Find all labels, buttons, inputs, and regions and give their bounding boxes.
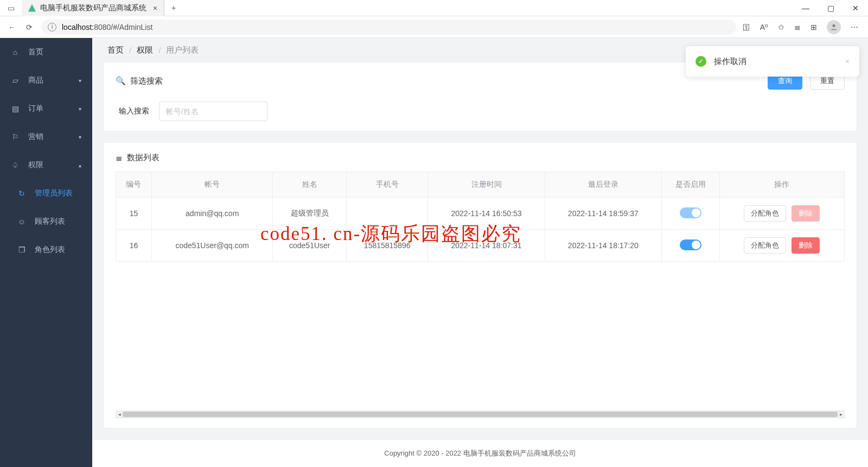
- delete-button[interactable]: 删除: [792, 205, 820, 222]
- favorites-icon[interactable]: ≣: [794, 23, 801, 31]
- assign-role-button[interactable]: 分配角色: [744, 205, 786, 222]
- password-key-icon[interactable]: ⚿: [743, 23, 750, 31]
- cell-account: code51User@qq.com: [151, 230, 273, 262]
- cell-ops: 分配角色删除: [719, 198, 844, 230]
- sidebar-item-label: 权限: [28, 160, 43, 170]
- chevron-down-icon: ▾: [79, 134, 81, 140]
- sidebar-item-home[interactable]: ⌂ 首页: [0, 38, 92, 66]
- sidebar-item-label: 订单: [28, 104, 43, 113]
- tab-title: 电脑手机服装数码产品商城系统: [40, 3, 146, 13]
- search-icon: 🔍: [116, 76, 126, 86]
- cell-id: 16: [116, 230, 152, 262]
- sidebar-item-promotion[interactable]: ⚐ 营销 ▾: [0, 123, 92, 151]
- cell-name: 超级管理员: [273, 198, 347, 230]
- clipboard-icon: ▤: [11, 104, 20, 113]
- breadcrumb-home[interactable]: 首页: [107, 45, 124, 55]
- main-area: 首页 / 权限 / 用户列表 🔍 筛选搜索 查询 重置: [92, 38, 868, 467]
- success-icon: ✓: [695, 56, 706, 67]
- window-titlebar: ▭ 电脑手机服装数码产品商城系统 × ＋ — ▢ ✕: [0, 0, 868, 16]
- cell-last: 2022-11-14 18:59:37: [545, 198, 661, 230]
- toast-notification: ✓ 操作取消 ×: [686, 46, 859, 77]
- footer: Copyright © 2020 - 2022 电脑手机服装数码产品商城系统公司: [92, 439, 868, 467]
- sidebar: ⌂ 首页 ▱ 商品 ▾ ▤ 订单 ▾ ⚐ 营销 ▾ ♤ 权限 ▴ ↻ 管理员列表…: [0, 38, 92, 467]
- cell-account: admin@qq.com: [151, 198, 273, 230]
- cube-icon: ❐: [17, 245, 26, 254]
- sidebar-item-orders[interactable]: ▤ 订单 ▾: [0, 94, 92, 123]
- address-bar[interactable]: i localhost:8080/#/AdminList: [41, 20, 736, 35]
- sidebar-item-label: 角色列表: [35, 245, 65, 255]
- chevron-down-icon: ▾: [79, 106, 81, 112]
- search-input[interactable]: [159, 102, 267, 121]
- new-tab-button[interactable]: ＋: [164, 3, 183, 13]
- cell-reg: 2022-11-14 16:50:53: [428, 198, 545, 230]
- vue-favicon: [28, 4, 36, 12]
- window-maximize-icon[interactable]: ▢: [818, 0, 843, 16]
- window-close-icon[interactable]: ✕: [843, 0, 868, 16]
- scrollbar-thumb[interactable]: [123, 412, 838, 417]
- read-aloud-icon[interactable]: A⁰: [760, 23, 768, 31]
- breadcrumb-separator: /: [129, 46, 131, 55]
- chevron-up-icon: ▴: [79, 162, 81, 168]
- breadcrumb-separator: /: [158, 46, 161, 55]
- scroll-left-icon[interactable]: ◂: [116, 411, 123, 418]
- cell-last: 2022-11-14 18:17:20: [545, 230, 661, 262]
- svg-point-0: [832, 24, 835, 27]
- horizontal-scrollbar[interactable]: ◂ ▸: [116, 411, 845, 418]
- cell-enabled: [662, 230, 720, 262]
- table-row: 15admin@qq.com超级管理员 2022-11-14 16:50:532…: [116, 198, 845, 230]
- delete-button[interactable]: 删除: [792, 237, 820, 254]
- sidebar-item-admin-list[interactable]: ↻ 管理员列表: [0, 179, 92, 207]
- breadcrumb-current: 用户列表: [166, 45, 199, 55]
- sidebar-item-label: 营销: [28, 132, 43, 142]
- close-tab-icon[interactable]: ×: [153, 4, 157, 12]
- enable-switch[interactable]: [680, 239, 701, 250]
- search-input-label: 输入搜索: [119, 106, 149, 116]
- user-icon: ☺: [17, 217, 26, 226]
- browser-tab[interactable]: 电脑手机服装数码产品商城系统 ×: [22, 0, 164, 16]
- sidebar-item-label: 商品: [28, 75, 43, 85]
- url-display: localhost:8080/#/AdminList: [62, 23, 152, 31]
- col-enabled: 是否启用: [662, 172, 720, 198]
- profile-avatar[interactable]: [827, 20, 841, 34]
- enable-switch[interactable]: [680, 207, 701, 218]
- sidebar-item-products[interactable]: ▱ 商品 ▾: [0, 66, 92, 94]
- sidebar-item-customer-list[interactable]: ☺ 顾客列表: [0, 207, 92, 236]
- back-icon[interactable]: ←: [7, 23, 17, 31]
- close-toast-icon[interactable]: ×: [845, 57, 850, 66]
- refresh-icon[interactable]: ⟳: [24, 23, 35, 31]
- database-icon: ≣: [116, 153, 123, 163]
- window-minimize-icon[interactable]: —: [793, 0, 818, 16]
- assign-role-button[interactable]: 分配角色: [744, 237, 786, 254]
- col-ops: 操作: [719, 172, 844, 198]
- collections-icon[interactable]: ⊞: [810, 23, 817, 31]
- scroll-right-icon[interactable]: ▸: [838, 411, 844, 418]
- cell-phone: 15815815896: [346, 230, 427, 262]
- bell-icon: ♤: [11, 161, 20, 169]
- star-icon[interactable]: ✩: [778, 23, 784, 31]
- cell-id: 15: [116, 198, 152, 230]
- home-icon: ⌂: [11, 48, 20, 56]
- more-icon[interactable]: ⋯: [851, 23, 858, 31]
- cell-name: code51User: [273, 230, 347, 262]
- cell-phone: [346, 198, 427, 230]
- chevron-down-icon: ▾: [79, 78, 81, 84]
- refresh-icon: ↻: [17, 189, 26, 198]
- cell-ops: 分配角色删除: [719, 230, 844, 262]
- sidebar-item-label: 顾客列表: [35, 217, 65, 226]
- site-info-icon[interactable]: i: [48, 23, 56, 31]
- toast-message: 操作取消: [714, 56, 838, 67]
- col-reg: 注册时间: [428, 172, 545, 198]
- sidebar-item-label: 管理员列表: [35, 188, 73, 198]
- filter-title: 筛选搜索: [130, 76, 163, 86]
- col-phone: 手机号: [346, 172, 427, 198]
- sidebar-item-label: 首页: [28, 47, 43, 57]
- col-account: 帐号: [151, 172, 273, 198]
- sidebar-item-role-list[interactable]: ❐ 角色列表: [0, 236, 92, 264]
- data-list-title: 数据列表: [127, 153, 159, 163]
- breadcrumb-permission[interactable]: 权限: [137, 45, 153, 55]
- sidebar-item-permission[interactable]: ♤ 权限 ▴: [0, 151, 92, 179]
- table-row: 16code51User@qq.comcode51User15815815896…: [116, 230, 845, 262]
- bag-icon: ▱: [11, 76, 20, 85]
- cell-enabled: [662, 198, 720, 230]
- tab-overview-icon[interactable]: ▭: [0, 4, 22, 12]
